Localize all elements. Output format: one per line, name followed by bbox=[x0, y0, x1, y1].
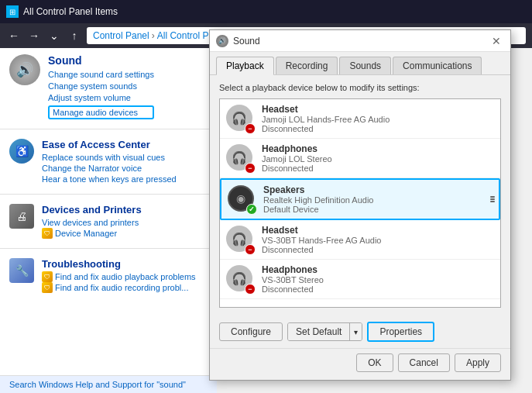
device-desc-4: VS-30BT Hands-Free AG Audio bbox=[262, 236, 494, 245]
replace-sounds-link[interactable]: Replace sounds with visual cues bbox=[42, 152, 177, 163]
sound-dialog: 🔊 Sound ✕ Playback Recording Sounds Comm… bbox=[209, 29, 511, 381]
device-name-1: Headset bbox=[262, 104, 494, 115]
fix-recording-label: Find and fix audio recording probl... bbox=[55, 283, 188, 292]
dialog-content: Select a playback device below to modify… bbox=[210, 75, 510, 315]
dialog-title-text: Sound bbox=[233, 36, 260, 47]
tab-recording[interactable]: Recording bbox=[276, 57, 338, 74]
dialog-sound-icon: 🔊 bbox=[216, 35, 228, 47]
device-desc-3: Realtek High Definition Audio bbox=[263, 195, 493, 205]
windows-icon: ⊞ bbox=[6, 5, 19, 18]
status-badge-disconnected-4: − bbox=[245, 284, 256, 295]
main-area: 🔊 Sound Change sound card settings Chang… bbox=[0, 48, 532, 393]
device-manager-link[interactable]: 🛡 Device Manager bbox=[42, 228, 142, 239]
device-status-1: Disconnected bbox=[262, 124, 494, 133]
ease-section: ♿ Ease of Access Center Replace sounds w… bbox=[0, 134, 216, 189]
sound-section: 🔊 Sound Change sound card settings Chang… bbox=[0, 48, 216, 124]
device-desc-2: Jamoji LOL Stereo bbox=[262, 154, 494, 164]
device-manager-label: Device Manager bbox=[55, 229, 117, 238]
device-status-3: Default Device bbox=[263, 205, 493, 214]
device-item-headphones-1[interactable]: 🎧 − Headphones Jamoji LOL Stereo Disconn… bbox=[220, 139, 500, 178]
device-icon-wrapper-3: ◉ ✓ bbox=[228, 185, 256, 213]
device-icon-wrapper-4: 🎧 − bbox=[226, 226, 254, 253]
tab-playback[interactable]: Playback bbox=[216, 57, 274, 75]
shield-icon: 🛡 bbox=[42, 228, 53, 239]
tab-communications[interactable]: Communications bbox=[393, 57, 482, 74]
title-bar: ⊞ All Control Panel Items bbox=[0, 0, 532, 23]
sound-icon-large: 🔊 bbox=[9, 54, 40, 85]
search-text: Search Windows Help and Support for "sou… bbox=[9, 380, 186, 389]
apply-button[interactable]: Apply bbox=[455, 353, 501, 372]
device-name-5: Headphones bbox=[262, 264, 494, 275]
cancel-button[interactable]: Cancel bbox=[398, 353, 450, 372]
device-info-5: Headphones VS-30BT Stereo Disconnected bbox=[262, 264, 494, 294]
back-button[interactable]: ← bbox=[6, 28, 22, 43]
devices-section-title: Devices and Printers bbox=[42, 204, 142, 215]
dialog-footer: OK Cancel Apply bbox=[210, 348, 510, 380]
troubleshoot-section: 🔧 Troubleshooting 🛡 Find and fix audio p… bbox=[0, 253, 216, 298]
device-icon-wrapper-5: 🎧 − bbox=[226, 265, 254, 293]
divider-2 bbox=[0, 194, 216, 195]
device-status-2: Disconnected bbox=[262, 164, 494, 173]
device-name-2: Headphones bbox=[262, 143, 494, 154]
status-badge-disconnected-2: − bbox=[245, 163, 256, 174]
ok-button[interactable]: OK bbox=[356, 353, 393, 372]
sound-section-title: Sound bbox=[48, 54, 154, 67]
breadcrumb-control-panel[interactable]: Control Panel bbox=[93, 30, 149, 41]
device-item-headset-1[interactable]: 🎧 − Headset Jamoji LOL Hands-Free AG Aud… bbox=[220, 99, 500, 139]
shield-icon-3: 🛡 bbox=[42, 282, 53, 293]
view-devices-link[interactable]: View devices and printers bbox=[42, 217, 142, 228]
ease-icon: ♿ bbox=[9, 139, 34, 164]
device-info-3: Speakers Realtek High Definition Audio D… bbox=[263, 184, 493, 214]
sound-links: Sound Change sound card settings Change … bbox=[48, 54, 154, 119]
fix-playback-label: Find and fix audio playback problems bbox=[55, 272, 196, 281]
device-desc-1: Jamoji LOL Hands-Free AG Audio bbox=[262, 115, 494, 124]
fix-playback-link[interactable]: 🛡 Find and fix audio playback problems bbox=[42, 271, 196, 282]
narrator-voice-link[interactable]: Change the Narrator voice bbox=[42, 163, 177, 174]
device-item-headphones-2[interactable]: 🎧 − Headphones VS-30BT Stereo Disconnect… bbox=[220, 260, 500, 299]
ease-section-title: Ease of Access Center bbox=[42, 139, 177, 150]
device-info-1: Headset Jamoji LOL Hands-Free AG Audio D… bbox=[262, 104, 494, 133]
troubleshoot-section-title: Troubleshooting bbox=[42, 258, 196, 270]
up-button[interactable]: ↑ bbox=[67, 28, 82, 43]
divider-1 bbox=[0, 129, 216, 129]
dialog-close-button[interactable]: ✕ bbox=[489, 33, 504, 49]
tabs-container: Playback Recording Sounds Communications bbox=[210, 52, 510, 75]
left-panel: 🔊 Sound Change sound card settings Chang… bbox=[0, 48, 217, 393]
devices-list[interactable]: 🎧 − Headset Jamoji LOL Hands-Free AG Aud… bbox=[219, 98, 501, 308]
adjust-system-volume-link[interactable]: Adjust system volume bbox=[48, 92, 154, 103]
change-system-sounds-link[interactable]: Change system sounds bbox=[48, 81, 154, 91]
status-badge-default: ✓ bbox=[246, 204, 257, 215]
troubleshoot-icon: 🔧 bbox=[9, 258, 34, 283]
ease-links: Ease of Access Center Replace sounds wit… bbox=[42, 139, 177, 184]
device-item-headset-2[interactable]: 🎧 − Headset VS-30BT Hands-Free AG Audio … bbox=[220, 220, 500, 260]
device-info-2: Headphones Jamoji LOL Stereo Disconnecte… bbox=[262, 143, 494, 173]
dropdown-button[interactable]: ⌄ bbox=[46, 28, 62, 43]
shield-icon-2: 🛡 bbox=[42, 271, 53, 282]
set-default-split[interactable]: Set Default ▾ bbox=[287, 322, 362, 341]
device-info-4: Headset VS-30BT Hands-Free AG Audio Disc… bbox=[262, 225, 494, 254]
device-name-4: Headset bbox=[262, 225, 494, 236]
divider-3 bbox=[0, 248, 216, 249]
devices-links: Devices and Printers View devices and pr… bbox=[42, 204, 142, 239]
tone-keys-link[interactable]: Hear a tone when keys are pressed bbox=[42, 174, 177, 184]
device-name-3: Speakers bbox=[263, 184, 493, 195]
status-badge-disconnected-1: − bbox=[245, 123, 256, 134]
search-bar[interactable]: Search Windows Help and Support for "sou… bbox=[0, 375, 217, 393]
device-status-4: Disconnected bbox=[262, 245, 494, 254]
fix-recording-link[interactable]: 🛡 Find and fix audio recording probl... bbox=[42, 282, 196, 293]
troubleshoot-links: Troubleshooting 🛡 Find and fix audio pla… bbox=[42, 258, 196, 293]
devices-section: 🖨 Devices and Printers View devices and … bbox=[0, 199, 216, 243]
tab-sounds[interactable]: Sounds bbox=[339, 57, 391, 74]
properties-button[interactable]: Properties bbox=[367, 322, 434, 342]
manage-audio-devices-link[interactable]: Manage audio devices bbox=[48, 105, 154, 119]
forward-button[interactable]: → bbox=[26, 28, 42, 43]
set-default-arrow-button[interactable]: ▾ bbox=[349, 323, 362, 340]
device-status-5: Disconnected bbox=[262, 284, 494, 294]
status-badge-disconnected-3: − bbox=[245, 244, 256, 255]
set-default-button[interactable]: Set Default bbox=[288, 323, 349, 340]
device-item-speakers[interactable]: ◉ ✓ Speakers Realtek High Definition Aud… bbox=[220, 178, 500, 220]
change-sound-card-link[interactable]: Change sound card settings bbox=[48, 69, 154, 80]
bottom-buttons: Configure Set Default ▾ Properties bbox=[210, 315, 510, 348]
configure-button[interactable]: Configure bbox=[219, 322, 283, 341]
device-desc-5: VS-30BT Stereo bbox=[262, 275, 494, 284]
